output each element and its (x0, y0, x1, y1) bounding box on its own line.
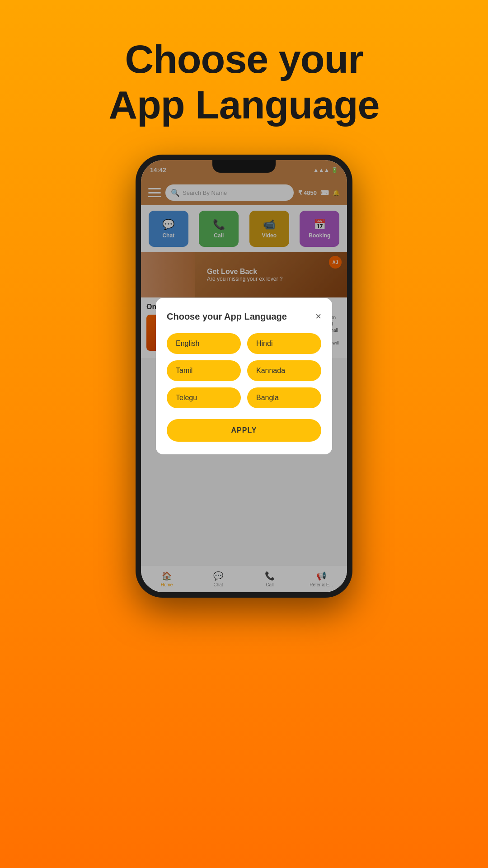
language-grid: English Hindi Tamil Kannada Telegu Bangl… (167, 333, 321, 408)
modal-header: Choose your App Language × (167, 311, 321, 322)
modal-title: Choose your App Language (167, 311, 287, 322)
headline-line2: App Language (108, 82, 379, 127)
page-headline: Choose your App Language (108, 36, 379, 127)
phone-screen: 14:42 ▲▲▲ 🔋 🔍 Search By Name ₹ (141, 160, 347, 592)
apply-button[interactable]: APPLY (167, 419, 321, 442)
language-modal: Choose your App Language × English Hindi… (156, 298, 332, 454)
language-hindi[interactable]: Hindi (247, 333, 321, 354)
language-bangla[interactable]: Bangla (247, 387, 321, 408)
language-telegu[interactable]: Telegu (167, 387, 241, 408)
language-kannada[interactable]: Kannada (247, 360, 321, 381)
phone-mockup: 14:42 ▲▲▲ 🔋 🔍 Search By Name ₹ (136, 155, 352, 598)
modal-overlay: Choose your App Language × English Hindi… (141, 160, 347, 592)
headline-line1: Choose your (125, 37, 363, 81)
language-tamil[interactable]: Tamil (167, 360, 241, 381)
language-english[interactable]: English (167, 333, 241, 354)
phone-frame: 14:42 ▲▲▲ 🔋 🔍 Search By Name ₹ (136, 155, 352, 598)
close-button[interactable]: × (315, 311, 321, 322)
